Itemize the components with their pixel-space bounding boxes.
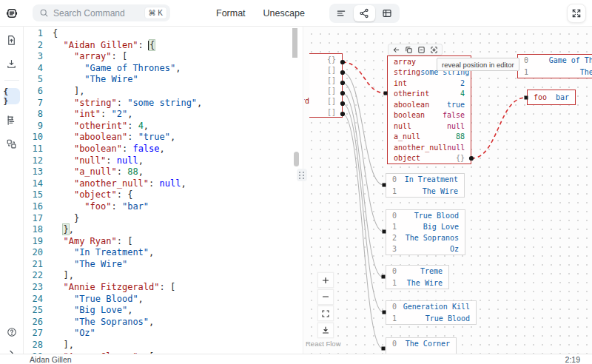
table-view-icon	[382, 8, 392, 18]
line-number: 24	[24, 294, 43, 306]
node-row: 0Game of Thrones	[518, 55, 592, 67]
graph-node-object-foo[interactable]: foobar	[527, 90, 576, 105]
view-mode-switcher	[329, 4, 400, 23]
node-row: otherint4	[388, 89, 471, 100]
code-line: 16 "foo": "bar"	[24, 201, 299, 213]
graph-edge	[343, 73, 383, 185]
graph-node-root[interactable]: {}[][][]rd[][]	[309, 53, 343, 118]
line-number: 7	[24, 98, 43, 109]
react-flow-attribution: React Flow	[306, 340, 341, 348]
collapse-node-icon[interactable]	[417, 46, 426, 54]
node-row: {}	[309, 54, 342, 64]
graph-node-amy-ryan[interactable]: 0In Treatment1The Wire	[386, 173, 465, 198]
node-row: 0The Corner	[386, 338, 456, 350]
download-button[interactable]	[4, 55, 20, 72]
line-number: 8	[24, 109, 43, 121]
splitter-drag-handle[interactable]	[297, 169, 307, 181]
code-line: 14 "another_null": null,	[24, 178, 299, 190]
zoom-in-button[interactable]	[317, 272, 334, 288]
line-number: 13	[24, 166, 43, 178]
selection-path: Aidan Gillen	[30, 355, 72, 364]
node-row: 1The Wire	[386, 277, 448, 289]
help-button[interactable]	[4, 324, 20, 340]
tab-graph-view[interactable]	[354, 5, 375, 21]
node-row: nullnull	[388, 121, 471, 132]
line-number: 14	[24, 178, 43, 190]
graph-view-icon	[359, 8, 369, 18]
export-download-button[interactable]	[317, 323, 334, 338]
help-icon	[7, 327, 17, 337]
code-line: 28 ],	[24, 340, 299, 351]
graph-node-alexander[interactable]: 0Generation Kill1True Blood	[386, 300, 477, 325]
search-shortcut-badge: ⌘ K	[145, 7, 166, 18]
zoom-out-button[interactable]	[317, 289, 334, 305]
filter-flag-icon	[6, 115, 17, 126]
splitter-pill[interactable]	[294, 152, 299, 166]
import-file-button[interactable]	[4, 32, 20, 48]
tab-table-view[interactable]	[377, 5, 398, 21]
line-number: 1	[24, 28, 43, 40]
cursor-position: 2:19	[565, 355, 580, 364]
node-row: 0In Treatment	[386, 174, 464, 186]
graph-node-aidan-gillen[interactable]: array[]stringsome stringint2otherint4abo…	[387, 55, 471, 164]
copy-icon[interactable]	[405, 46, 413, 54]
code-line: 5 "The Wire"	[24, 74, 299, 86]
back-arrow-icon[interactable]	[392, 46, 400, 54]
transform-icon	[6, 138, 17, 149]
format-button[interactable]: Format	[216, 8, 246, 18]
line-number: 5	[24, 74, 43, 86]
code-line: 4 "Game of Thrones",	[24, 63, 299, 75]
panel-splitter[interactable]	[299, 27, 303, 354]
unescape-button[interactable]: Unescape	[263, 8, 305, 18]
line-number: 10	[24, 132, 43, 144]
transform-button[interactable]	[4, 135, 20, 152]
graph-node-annie-fitzgerald[interactable]: 0True Blood1Big Love2The Sopranos3Oz	[386, 209, 465, 255]
fullscreen-button[interactable]	[567, 4, 586, 23]
node-toolbar	[388, 44, 443, 55]
sidebar-divider	[4, 80, 19, 81]
code-line: 23 "Annie Fitzgerald": [	[24, 282, 299, 294]
code-line: 18 },	[24, 224, 299, 236]
focus-node-icon[interactable]	[430, 46, 438, 54]
line-number: 16	[24, 201, 43, 213]
json-view-button[interactable]: { }	[4, 88, 20, 104]
code-line: 20 "In Treatment",	[24, 247, 299, 259]
braces-icon: { }	[4, 87, 20, 106]
editor-scrollbar[interactable]	[292, 28, 297, 58]
code-line: 26 "The Sopranos",	[24, 317, 299, 328]
graph-panel[interactable]: {}[][][]rd[][]array[]stringsome stringin…	[304, 27, 592, 354]
node-row: []	[309, 107, 342, 117]
left-sidebar: { }	[0, 27, 24, 364]
code-line: 3 "array": [	[24, 51, 299, 63]
json-code-editor[interactable]: 1{2 "Aidan Gillen": {3 "array": [4 "Game…	[24, 27, 299, 354]
line-number: 23	[24, 282, 43, 294]
line-number: 20	[24, 247, 43, 259]
code-line: 6 ],	[24, 86, 299, 98]
node-row: 0Generation Kill	[386, 301, 476, 313]
app-logo-icon	[0, 7, 24, 20]
reveal-tooltip: reveal position in editor	[437, 58, 519, 71]
code-line: 21 "The Wire"	[24, 259, 299, 271]
code-line: 10 "aboolean": "true",	[24, 132, 299, 144]
node-row: a_null88	[388, 132, 471, 143]
line-number: 6	[24, 86, 43, 98]
code-line: 15 "object": {	[24, 189, 299, 201]
graph-node-array[interactable]: 0Game of Thrones1The Wire	[517, 54, 592, 78]
node-row: abooleantrue	[388, 99, 471, 110]
line-number: 17	[24, 213, 43, 225]
graph-node-alice[interactable]: 0The Corner	[386, 337, 457, 354]
search-input[interactable]	[53, 8, 133, 18]
node-row: 1The Wire	[386, 186, 464, 198]
fit-view-button[interactable]	[317, 306, 334, 321]
filter-rules-button[interactable]	[4, 112, 20, 128]
code-line: 9 "otherint": 4,	[24, 121, 299, 132]
code-line: 19 "Amy Ryan": [	[24, 236, 299, 248]
search-command-box[interactable]: ⌘ K	[33, 4, 170, 21]
tab-list-view[interactable]	[331, 5, 352, 21]
line-number: 15	[24, 189, 43, 201]
line-number: 22	[24, 270, 43, 282]
node-row: 3Oz	[386, 243, 465, 255]
graph-node-anwan-glover[interactable]: 0Treme1The Wire	[386, 265, 449, 289]
graph-edge	[471, 98, 525, 158]
code-line: 1{	[24, 28, 299, 40]
